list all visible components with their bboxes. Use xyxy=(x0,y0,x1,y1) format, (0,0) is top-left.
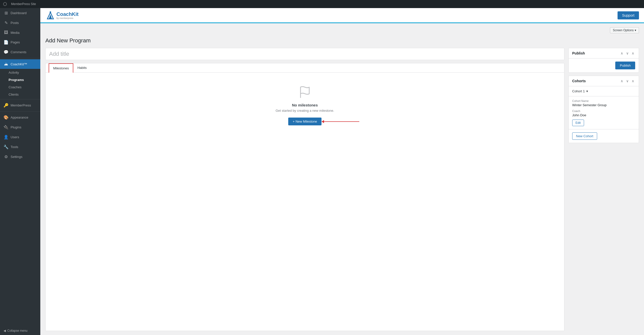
sidebar-sub-label-programs: Programs xyxy=(9,78,24,82)
sidebar-label-settings: Settings xyxy=(11,155,22,159)
sidebar-sub-label-clients: Clients xyxy=(9,93,19,96)
sidebar-label-media: Media xyxy=(11,31,19,35)
logo-sub: by memberpress xyxy=(56,17,79,19)
cohort-selected-label: Cohort 1 xyxy=(572,89,585,93)
editor-layout: Milestones Habits No milestones xyxy=(45,48,639,331)
cohort-selector: Cohort 1 ▾ xyxy=(569,86,639,96)
sidebar-label-tools: Tools xyxy=(11,145,18,149)
cohorts-panel-close-button[interactable]: ∧ xyxy=(631,78,635,83)
cohorts-panel-header: Cohorts ∧ ∨ ∧ xyxy=(569,76,639,86)
sidebar-item-media[interactable]: 🖼 Media xyxy=(0,28,40,37)
page-title: Add New Program xyxy=(45,37,639,44)
title-input[interactable] xyxy=(45,48,564,60)
cohort-dropdown-button[interactable]: Cohort 1 ▾ xyxy=(572,89,588,93)
main-layout: ⊞ Dashboard ✎ Posts 🖼 Media 📄 Pages 💬 Co… xyxy=(0,8,644,335)
collapse-icon: ◀ xyxy=(4,329,6,332)
top-bar: CoachKit by memberpress Support xyxy=(40,8,644,23)
arrow-annotation xyxy=(324,121,359,122)
comments-icon: 💬 xyxy=(4,50,9,54)
sidebar-item-dashboard[interactable]: ⊞ Dashboard xyxy=(0,8,40,18)
new-cohort-area: New Cohort xyxy=(569,129,639,143)
tab-content: No milestones Get started by creating a … xyxy=(46,73,564,138)
cohorts-panel-title: Cohorts xyxy=(572,79,586,83)
cohorts-panel-controls: ∧ ∨ ∧ xyxy=(620,78,635,83)
sidebar: ⊞ Dashboard ✎ Posts 🖼 Media 📄 Pages 💬 Co… xyxy=(0,8,40,335)
page-content: Screen Options ▾ Add New Program Milesto… xyxy=(40,23,644,335)
cohort-name-label: Cohort Name xyxy=(572,99,635,102)
publish-panel-title: Publish xyxy=(572,51,585,55)
sidebar-item-coachkit[interactable]: ⛰ CoachKit™ xyxy=(0,59,40,69)
sidebar-label-coachkit: CoachKit™ xyxy=(11,62,27,66)
plugins-icon: 🔌 xyxy=(4,125,9,130)
sidebar-sub-label-coaches: Coaches xyxy=(9,85,21,89)
logo-text: CoachKit xyxy=(56,11,79,17)
settings-icon: ⚙ xyxy=(4,154,9,159)
sidebar-sub-item-coaches[interactable]: Coaches xyxy=(0,83,40,91)
appearance-icon: 🎨 xyxy=(4,115,9,120)
publish-panel-header: Publish ∧ ∨ ∧ xyxy=(569,48,639,59)
sidebar-separator-3 xyxy=(0,111,40,111)
no-milestones-subtitle: Get started by creating a new milestone. xyxy=(276,109,334,113)
coach-label: Coach xyxy=(572,109,635,113)
sidebar-label-comments: Comments xyxy=(11,50,26,54)
tabs-panel: Milestones Habits No milestones xyxy=(45,63,564,331)
sidebar-item-pages[interactable]: 📄 Pages xyxy=(0,37,40,47)
coachkit-icon: ⛰ xyxy=(4,62,9,66)
publish-panel-close-button[interactable]: ∧ xyxy=(631,51,635,56)
sidebar-label-users: Users xyxy=(11,135,19,139)
no-milestones-title: No milestones xyxy=(292,103,318,107)
admin-bar: ⬡ MemberPress Site xyxy=(0,0,644,8)
pages-icon: 📄 xyxy=(4,40,9,45)
publish-button[interactable]: Publish xyxy=(615,62,635,69)
sidebar-item-comments[interactable]: 💬 Comments xyxy=(0,47,40,57)
screen-options-button[interactable]: Screen Options ▾ xyxy=(610,27,639,33)
tab-habits[interactable]: Habits xyxy=(73,63,91,73)
sidebar-item-plugins[interactable]: 🔌 Plugins xyxy=(0,122,40,132)
admin-site-name[interactable]: MemberPress Site xyxy=(11,2,36,6)
screen-options-label: Screen Options xyxy=(613,29,634,32)
sidebar-item-users[interactable]: 👤 Users xyxy=(0,132,40,142)
sidebar-sub-item-programs[interactable]: Programs xyxy=(0,76,40,83)
tab-milestones[interactable]: Milestones xyxy=(49,63,73,73)
sidebar-label-memberpress: MemberPress xyxy=(11,103,31,107)
sidebar-sub-item-clients[interactable]: Clients xyxy=(0,91,40,98)
cohort-edit-button[interactable]: Edit xyxy=(572,120,584,126)
publish-panel-controls: ∧ ∨ ∧ xyxy=(620,51,635,56)
support-button[interactable]: Support xyxy=(618,11,639,19)
publish-panel-up-button[interactable]: ∧ xyxy=(620,51,624,56)
sidebar-item-appearance[interactable]: 🎨 Appearance xyxy=(0,113,40,122)
svg-point-2 xyxy=(50,11,51,13)
sidebar-label-dashboard: Dashboard xyxy=(11,11,27,15)
new-milestone-button[interactable]: + New Milestone xyxy=(288,118,321,125)
publish-actions: Publish xyxy=(569,59,639,72)
sidebar-item-memberpress[interactable]: 🔑 MemberPress xyxy=(0,100,40,110)
coach-value: John Doe xyxy=(572,113,635,117)
dashboard-icon: ⊞ xyxy=(4,11,9,15)
sidebar-label-pages: Pages xyxy=(11,40,20,44)
content-area: CoachKit by memberpress Support Screen O… xyxy=(40,8,644,335)
cohort-dropdown-icon: ▾ xyxy=(586,89,588,93)
new-cohort-button[interactable]: New Cohort xyxy=(572,132,597,140)
right-sidebar: Publish ∧ ∨ ∧ Publish xyxy=(568,48,639,331)
cohort-details: Cohort Name Winter Semester Group Coach … xyxy=(569,96,639,129)
coachkit-logo-icon xyxy=(45,11,55,20)
sidebar-item-settings[interactable]: ⚙ Settings xyxy=(0,152,40,162)
sidebar-item-posts[interactable]: ✎ Posts xyxy=(0,18,40,28)
wp-logo-icon[interactable]: ⬡ xyxy=(3,1,7,7)
sidebar-sub-item-activity[interactable]: Activity xyxy=(0,69,40,76)
publish-panel: Publish ∧ ∨ ∧ Publish xyxy=(568,48,639,73)
sidebar-sub-label-activity: Activity xyxy=(9,71,19,74)
sidebar-separator-1 xyxy=(0,58,40,58)
sidebar-label-appearance: Appearance xyxy=(11,116,28,119)
screen-options-chevron-icon: ▾ xyxy=(635,29,636,32)
memberpress-icon: 🔑 xyxy=(4,103,9,108)
sidebar-item-tools[interactable]: 🔧 Tools xyxy=(0,142,40,152)
arrow-head xyxy=(321,120,324,123)
collapse-menu-button[interactable]: ◀ Collapse menu xyxy=(0,326,40,335)
cohorts-panel-up-button[interactable]: ∧ xyxy=(620,78,624,83)
cohorts-panel-down-button[interactable]: ∨ xyxy=(625,78,630,83)
publish-panel-down-button[interactable]: ∨ xyxy=(625,51,630,56)
logo-area: CoachKit by memberpress xyxy=(45,11,79,20)
tabs-header: Milestones Habits xyxy=(46,63,564,73)
collapse-label: Collapse menu xyxy=(7,329,27,332)
